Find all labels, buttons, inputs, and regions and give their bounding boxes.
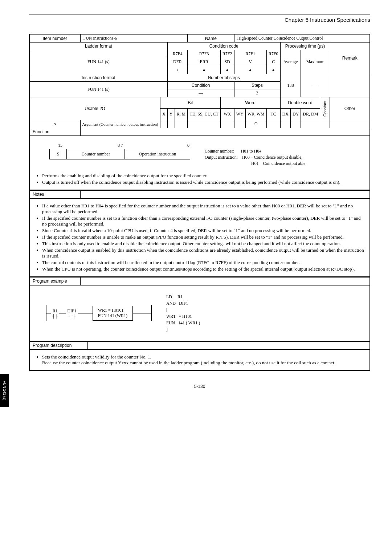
ci-2: Output instruction:: [205, 155, 238, 160]
ladder-box: WR1 = H0101 FUN 141 (WR1): [93, 306, 133, 321]
cc-c: C: [266, 58, 280, 66]
condition-dash: —: [167, 89, 234, 97]
cc-r7f1: R7F1: [234, 50, 266, 58]
program-description-body: Sets the coincidence output validity for…: [29, 350, 370, 371]
function-spacer: [80, 128, 370, 136]
nb-7: When the CPU is not operating, the count…: [42, 266, 364, 272]
cd-op: Operation instruction: [125, 149, 190, 159]
proc-maximum-label: Maximum: [301, 50, 330, 74]
arg-dx: [280, 120, 290, 128]
io-dy: DY: [290, 108, 301, 120]
cc-val-3: ●: [234, 66, 266, 74]
pd-bullets: Sets the coincidence output validity for…: [35, 354, 364, 366]
condition-code-label: Condition code: [167, 42, 280, 50]
remark-label: Remark: [330, 42, 370, 74]
nb-3: If the specified counter number is unabl…: [42, 234, 364, 240]
ci-1: Counter number:: [205, 149, 234, 154]
ci-2v1: H00 – Coincidence output disable,: [242, 155, 302, 160]
arg-desc: Argument (Counter number, output instruc…: [80, 120, 160, 128]
cd-15: 15: [49, 143, 71, 148]
lb-2: FUN 141 (WR1): [98, 313, 127, 319]
cc-v: V: [234, 58, 266, 66]
io-tc: TC: [266, 108, 280, 120]
counter-info: Counter number: H01 to H04 Output instru…: [205, 148, 305, 166]
io-dx: DX: [280, 108, 290, 120]
io-y: Y: [167, 108, 175, 120]
nb-6: The control contents of this instruction…: [42, 260, 364, 266]
other-label: Other: [330, 97, 370, 120]
io-x: X: [160, 108, 168, 120]
notes-label: Notes: [29, 191, 80, 199]
cc-r7f3: R7F3: [188, 50, 221, 58]
cc-val-0: ↕: [167, 66, 187, 74]
lb-1: WR1 = H0101: [98, 308, 127, 313]
cc-r7f4: R7F4: [167, 50, 187, 58]
notes-body: If a value other than H01 to H04 is spec…: [29, 199, 370, 277]
steps-value: 3: [234, 89, 280, 97]
pd-spacer: [87, 342, 370, 350]
usable-io-label: Usable I/O: [29, 97, 160, 120]
io-wy: WY: [234, 108, 245, 120]
double-word-label: Double word: [280, 97, 320, 109]
program-description-header: Program description: [29, 341, 370, 350]
condition-label: Condition: [167, 82, 234, 89]
proc-average-label: Average: [280, 50, 301, 74]
ci-2v2: H01 – Coincidence output able: [251, 161, 305, 166]
arg-dy: [290, 120, 301, 128]
notes-spacer: [80, 191, 370, 199]
io-rm: R, M: [175, 108, 188, 120]
function-bullets: Performs the enabling and disabling of t…: [35, 173, 364, 185]
fun-label-2: FUN 141 (s): [29, 82, 167, 97]
arg-tc: [266, 120, 280, 128]
instruction-format-label: Instruction format: [29, 74, 167, 82]
cc-val-1: ●: [188, 66, 221, 74]
steps-label: Steps: [234, 82, 280, 89]
contact-icon: ┤ ├: [52, 314, 58, 318]
arg-x: [160, 120, 168, 128]
word-label: Word: [220, 97, 280, 109]
cc-r7f2: R7F2: [220, 50, 234, 58]
cd-counter: Counter number: [67, 149, 125, 159]
cd-0: 0: [124, 143, 189, 148]
nb-5: When coincidence output is enabled by th…: [42, 247, 364, 259]
arg-rm: [175, 120, 188, 128]
arg-s: s: [29, 120, 80, 128]
io-dr: DR, DM: [301, 108, 320, 120]
page-number: 5-130: [29, 384, 370, 389]
ci-1v: H01 to H04: [241, 149, 262, 154]
remark-empty: [330, 74, 370, 97]
cc-sd: SD: [220, 58, 234, 66]
header-rule: [29, 15, 370, 15]
arg-wy: [234, 120, 245, 128]
arg-td: [188, 120, 221, 128]
spec-table: Item number FUN instructions-6 Name High…: [29, 34, 370, 136]
cd-87: 8 7: [72, 143, 123, 148]
constant-label: Constant: [322, 98, 328, 119]
io-wr: WR, WM: [245, 108, 266, 120]
proc-dash: —: [301, 74, 330, 97]
notes-bullets: If a value other than H01 to H04 is spec…: [35, 203, 364, 272]
io-td: TD, SS, CU, CT: [188, 108, 221, 120]
chapter-title: Chapter 5 Instruction Specifications: [29, 17, 370, 23]
nb-1: If the specified counter number is set t…: [42, 215, 364, 227]
program-example-header: Program example: [29, 277, 370, 285]
arg-dr: [301, 120, 320, 128]
arg-wr: O: [245, 120, 266, 128]
pdb-0: Sets the coincidence output validity for…: [42, 354, 364, 366]
cd-s: S: [49, 149, 67, 159]
fun-label-1: FUN 141 (s): [29, 50, 167, 74]
nb-4: This instruction is only used to enable …: [42, 241, 364, 247]
counter-diagram: 15 8 7 0 S Counter number Operation inst…: [35, 139, 364, 171]
ladder-code: LD R1 AND DIF1 [ WR1 = H101 FUN 141 ( WR…: [166, 293, 200, 333]
item-number-label: Item number: [29, 34, 80, 42]
program-example-label: Program example: [29, 278, 80, 285]
pe-spacer: [80, 278, 370, 285]
ladder-r1: R1: [53, 308, 58, 314]
cc-val-2: ●: [220, 66, 234, 74]
nb-2: Since Counter 4 is invalid when a 10-poi…: [42, 228, 364, 234]
bit-label: Bit: [160, 97, 221, 109]
fb-0: Performs the enabling and disabling of t…: [42, 173, 364, 179]
arg-wx: [220, 120, 234, 128]
function-label: Function: [29, 128, 80, 136]
arg-y: [167, 120, 175, 128]
